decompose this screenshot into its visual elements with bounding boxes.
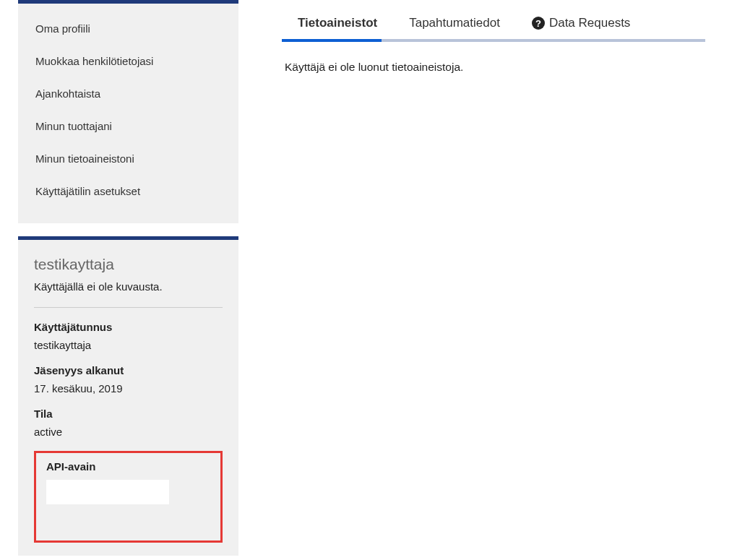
- tab-activity[interactable]: Tapahtumatiedot: [393, 9, 516, 39]
- sidebar: Oma profiili Muokkaa henkilötietojasi Aj…: [0, 0, 238, 556]
- member-since-block: Jäsenyys alkanut 17. kesäkuu, 2019: [34, 364, 223, 395]
- nav-item-my-producers[interactable]: Minun tuottajani: [18, 110, 238, 142]
- active-tab-indicator: [282, 39, 382, 42]
- username-label: Käyttäjätunnus: [34, 321, 223, 333]
- tab-datasets[interactable]: Tietoaineistot: [282, 9, 393, 39]
- username-value: testikayttaja: [34, 339, 223, 351]
- tab-datasets-label: Tietoaineistot: [298, 16, 377, 30]
- nav-item-news[interactable]: Ajankohtaista: [18, 77, 238, 110]
- nav-item-my-datasets[interactable]: Minun tietoaineistoni: [18, 142, 238, 175]
- state-label: Tila: [34, 408, 223, 420]
- user-title: testikayttaja: [34, 256, 223, 273]
- api-key-field[interactable]: [46, 480, 169, 504]
- nav-item-edit-personal[interactable]: Muokkaa henkilötietojasi: [18, 45, 238, 77]
- api-key-highlight: API-avain: [34, 451, 223, 543]
- nav-item-account-settings[interactable]: Käyttäjätilin asetukset: [18, 175, 238, 207]
- nav-item-my-profile[interactable]: Oma profiili: [18, 12, 238, 45]
- user-info-box: testikayttaja Käyttäjällä ei ole kuvaust…: [18, 236, 238, 556]
- member-since-value: 17. kesäkuu, 2019: [34, 382, 223, 395]
- empty-datasets-message: Käyttäjä ei ole luonut tietoaineistoja.: [282, 61, 705, 74]
- tab-data-requests[interactable]: ? Data Requests: [516, 9, 646, 39]
- state-value: active: [34, 426, 223, 438]
- main-content: Tietoaineistot Tapahtumatiedot ? Data Re…: [282, 0, 745, 556]
- question-circle-icon: ?: [532, 17, 545, 30]
- sidebar-nav: Oma profiili Muokkaa henkilötietojasi Aj…: [18, 0, 238, 223]
- tab-activity-label: Tapahtumatiedot: [409, 16, 500, 30]
- tab-data-requests-label: Data Requests: [549, 16, 630, 30]
- member-since-label: Jäsenyys alkanut: [34, 364, 223, 376]
- tabs-bar: Tietoaineistot Tapahtumatiedot ? Data Re…: [282, 9, 705, 42]
- username-block: Käyttäjätunnus testikayttaja: [34, 321, 223, 351]
- api-key-label: API-avain: [46, 460, 210, 473]
- state-block: Tila active: [34, 408, 223, 438]
- user-description: Käyttäjällä ei ole kuvausta.: [34, 280, 223, 308]
